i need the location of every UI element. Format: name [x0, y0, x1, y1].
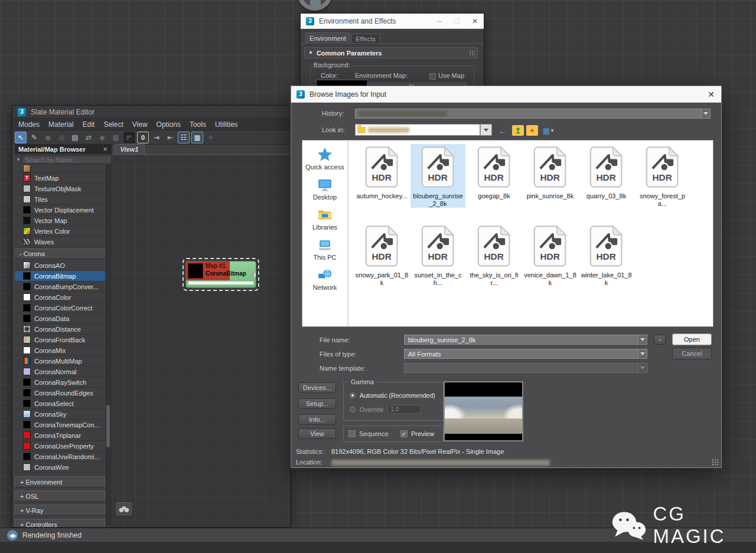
list-item-coronafrontback[interactable]: CoronaFrontBack — [15, 335, 105, 345]
browse-titlebar[interactable]: 3 Browse Images for Input ✕ — [291, 86, 721, 103]
file-name-combo[interactable]: blouberg_sunrise_2_8k — [404, 335, 647, 345]
coronabitmap-node[interactable]: Map #1 CoronaBitmap — [183, 258, 259, 291]
material-parameter-editor-icon[interactable]: ▦ — [191, 132, 203, 143]
list-item-coronabumpconver[interactable]: CoronaBumpConver... — [15, 282, 105, 292]
sidebar-item-quick-access[interactable]: Quick access — [302, 147, 347, 171]
sidebar-item-this-pc[interactable]: This PC — [302, 237, 347, 261]
select-tool-icon[interactable]: ↖ — [15, 132, 27, 143]
list-item-coronaroundedges[interactable]: CoronaRoundEdges — [15, 388, 105, 398]
open-button[interactable]: Open — [672, 333, 712, 345]
file-tile-sunset-in-the-ch[interactable]: HDRsunset_in_the_ch... — [410, 223, 465, 287]
show-numbers-icon[interactable]: 0 — [137, 132, 149, 143]
list-item-coronaao[interactable]: CoronaAO — [15, 260, 105, 271]
group-controllers[interactable]: + Controllers — [15, 519, 105, 528]
list-item-coronacolor[interactable]: CoronaColor — [15, 292, 105, 303]
list-item-tiles[interactable]: Tiles — [15, 194, 105, 205]
list-item-coronatriplanar[interactable]: CoronaTriplanar — [15, 430, 105, 441]
show-map-in-viewport-icon[interactable]: ▩ — [110, 132, 122, 143]
look-in-combo[interactable] — [355, 124, 480, 136]
preview-checkbox[interactable]: ✓ — [400, 430, 408, 437]
eyedropper-tool-icon[interactable]: ✎ — [28, 132, 40, 143]
menu-utilities[interactable]: Utilities — [215, 120, 238, 129]
menu-material[interactable]: Material — [48, 120, 74, 129]
list-item-coronadistance[interactable]: CoronaDistance — [15, 324, 105, 335]
sidebar-item-desktop[interactable]: Desktop — [302, 177, 347, 201]
gamma-override-spinner[interactable]: 1.0 — [387, 405, 421, 414]
list-item-coronamix[interactable]: CoronaMix — [15, 345, 105, 356]
group-v-ray[interactable]: + V-Ray — [15, 505, 105, 516]
minimize-icon[interactable]: ─ — [431, 17, 448, 25]
show-shaded-material-icon[interactable]: ◩ — [123, 132, 135, 143]
gamma-override-radio[interactable] — [350, 407, 356, 413]
pan-to-selected-button[interactable] — [116, 502, 132, 515]
move-children-icon[interactable]: ⇄ — [83, 132, 94, 143]
info-button[interactable]: Info... — [298, 414, 336, 425]
list-item-vector-map[interactable]: Vector Map — [15, 215, 105, 226]
menu-select[interactable]: Select — [103, 120, 123, 129]
hide-unused-nodeslots-icon[interactable]: ◆ — [96, 132, 108, 143]
list-item-coronadata[interactable]: CoronaData — [15, 313, 105, 324]
file-tile-autumn-hockey[interactable]: HDRautumn_hockey... — [354, 144, 409, 208]
menu-edit[interactable]: Edit — [83, 120, 95, 129]
history-combo[interactable] — [355, 109, 711, 119]
node-view-canvas[interactable]: Map #1 CoronaBitmap — [112, 154, 290, 527]
file-tile-blouberg-sunrise-2-8k[interactable]: HDRblouberg_sunrise_2_8k — [410, 144, 465, 208]
browser-scrollbar[interactable] — [106, 165, 110, 526]
file-tile-goegap-8k[interactable]: HDRgoegap_8k — [467, 144, 522, 208]
close-icon[interactable]: ✕ — [466, 17, 484, 25]
file-tile-pink-sunrise-8k[interactable]: HDRpink_sunrise_8k — [523, 144, 578, 208]
list-item-coronatonemapcon[interactable]: CoronaTonemapCon... — [15, 420, 105, 430]
tab-effects[interactable]: Effects — [351, 34, 380, 44]
scrollbar-thumb[interactable] — [106, 405, 110, 447]
list-item-coronarayswitch[interactable]: CoronaRaySwitch — [15, 377, 105, 388]
list-item-coronasky[interactable]: CoronaSky — [15, 409, 105, 420]
list-item-waves[interactable]: Waves — [15, 237, 105, 247]
env-titlebar[interactable]: 3 Environment and Effects ─ ☐ ✕ — [301, 14, 484, 29]
menu-view[interactable]: View — [132, 120, 148, 129]
sidebar-item-network[interactable]: Network — [302, 267, 347, 291]
close-icon[interactable]: ✕ — [701, 90, 721, 99]
list-item-textureobjmask[interactable]: TextureObjMask — [15, 184, 105, 194]
group-osl[interactable]: + OSL — [15, 490, 105, 502]
gamma-automatic-radio[interactable] — [350, 392, 356, 398]
list-item-coronauserproperty[interactable]: CoronaUserProperty — [15, 441, 105, 451]
list-item-coronaselect[interactable]: CoronaSelect — [15, 398, 105, 409]
close-icon[interactable]: ✕ — [103, 146, 107, 152]
cancel-button[interactable]: Cancel — [672, 348, 712, 359]
view-menu-caret-icon[interactable]: ▾ — [549, 125, 555, 136]
search-input[interactable] — [22, 155, 112, 164]
file-tile-winter-lake-01-8k[interactable]: HDRwinter_lake_01_8k — [579, 223, 634, 287]
list-item-coronabitmap[interactable]: CoronaBitmap — [15, 271, 105, 282]
group-environment[interactable]: + Environment — [15, 476, 105, 487]
sidebar-item-libraries[interactable]: Libraries — [302, 207, 347, 231]
list-item-item[interactable] — [15, 165, 105, 173]
menu-options[interactable]: Options — [157, 120, 181, 129]
name-template-combo[interactable] — [404, 363, 647, 373]
list-item-coronawire[interactable]: CoronaWire — [15, 462, 105, 473]
common-parameters-rollout[interactable]: ▼ Common Parameters — [304, 47, 478, 58]
maximize-icon[interactable]: ☐ — [448, 17, 466, 25]
files-of-type-combo[interactable]: All Formats — [404, 349, 647, 359]
pick-material-from-object-icon[interactable]: ◉ — [42, 132, 54, 143]
chevron-down-icon[interactable]: ▼ — [16, 156, 21, 164]
sequence-checkbox[interactable] — [348, 430, 356, 437]
look-in-dropdown-button[interactable] — [480, 124, 492, 136]
list-item-vertex-color[interactable]: Vertex Color — [15, 226, 105, 237]
file-tile-the-sky-is-on-fir[interactable]: HDRthe_sky_is_on_fir... — [467, 223, 522, 287]
up-one-level-icon[interactable]: ↥ — [512, 125, 524, 136]
add-button[interactable]: + — [654, 335, 666, 345]
setup-button[interactable]: Setup... — [298, 398, 336, 409]
delete-selected-icon[interactable]: ▤ — [69, 132, 81, 143]
tab-environment[interactable]: Environment — [305, 32, 350, 44]
list-item-coronamultimap[interactable]: CoronaMultiMap — [15, 356, 105, 367]
group-corona[interactable]: - Corona — [15, 248, 105, 259]
menu-tools[interactable]: Tools — [190, 120, 206, 129]
pan-tool-icon[interactable]: ✛ — [205, 132, 217, 143]
assign-material-to-selection-icon[interactable]: ◎ — [56, 132, 67, 143]
list-item-coronauvwrandomi[interactable]: CoronaUvwRandomi... — [15, 451, 105, 462]
zoom-region-icon[interactable]: ⇤ — [164, 132, 176, 143]
menu-modes[interactable]: Modes — [18, 120, 40, 129]
file-tile-quarry-03-8k[interactable]: HDRquarry_03_8k — [579, 144, 634, 208]
tab-view1[interactable]: View1 — [114, 144, 145, 154]
devices-button[interactable]: Devices... — [298, 382, 336, 393]
